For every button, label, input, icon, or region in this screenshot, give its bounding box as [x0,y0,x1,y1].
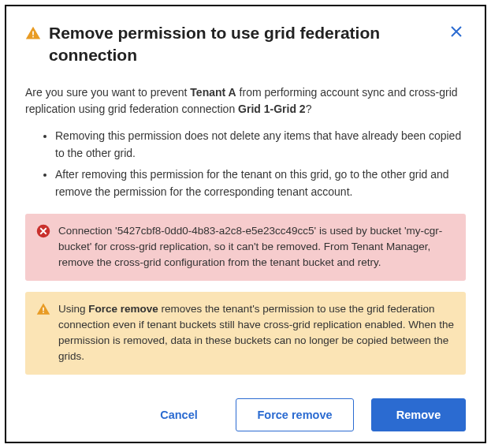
intro-connection: Grid 1-Grid 2 [238,103,306,115]
error-text: Connection '5427cbf8-0dd0-4b83-a2c8-e5e2… [58,223,455,271]
list-item: Removing this permission does not delete… [55,128,466,162]
intro-text: Are you sure you want to prevent Tenant … [25,84,466,118]
warning-text: Using Force remove removes the tenant's … [58,301,455,365]
intro-pre: Are you sure you want to prevent [25,86,190,99]
list-item: After removing this permission for the t… [55,166,466,200]
warning-alert: Using Force remove removes the tenant's … [25,292,466,375]
warning-icon [36,302,50,365]
dialog-header: Remove permission to use grid federation… [25,22,466,67]
notes-list: Removing this permission does not delete… [25,128,466,201]
dialog-body: Are you sure you want to prevent Tenant … [25,84,466,386]
svg-rect-1 [32,36,34,38]
error-icon [36,224,50,271]
intro-post: ? [306,103,312,115]
dialog-footer: Cancel Force remove Remove [25,398,466,431]
force-remove-button[interactable]: Force remove [236,398,354,431]
close-icon [450,28,463,40]
intro-tenant: Tenant A [190,86,236,99]
close-button[interactable] [447,22,466,43]
title-wrap: Remove permission to use grid federation… [25,22,447,67]
warning-icon [25,25,41,44]
dialog-title: Remove permission to use grid federation… [49,22,447,67]
svg-rect-0 [32,32,34,35]
cancel-button[interactable]: Cancel [139,399,218,431]
svg-rect-4 [43,312,44,313]
warn-term: Force remove [88,303,158,315]
remove-button[interactable]: Remove [371,398,466,431]
error-alert: Connection '5427cbf8-0dd0-4b83-a2c8-e5e2… [25,214,466,281]
warn-pre: Using [58,303,88,315]
remove-permission-dialog: Remove permission to use grid federation… [5,5,486,443]
svg-rect-3 [43,307,44,311]
